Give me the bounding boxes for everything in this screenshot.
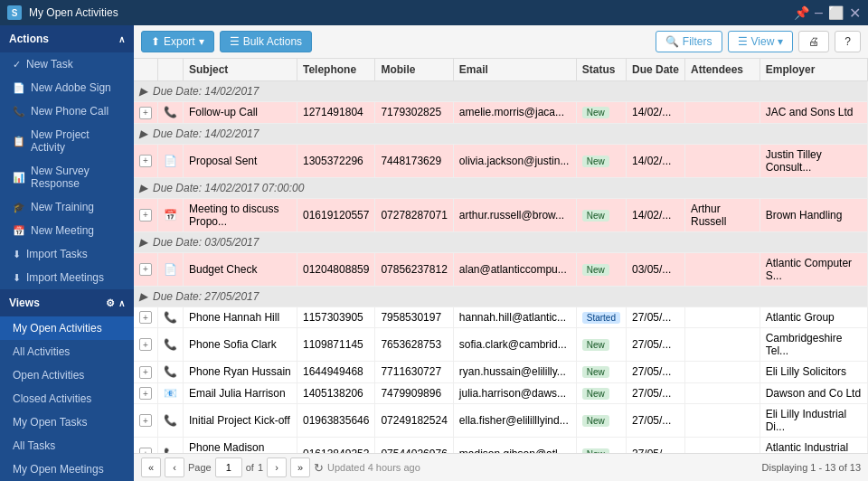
sidebar-item-closed-activities[interactable]: Closed Activities	[0, 387, 134, 410]
table-row[interactable]: + 📄 Budget Check 01204808859 07856237812…	[134, 252, 868, 286]
expand-btn[interactable]: +	[139, 414, 152, 427]
sidebar-item-new-meeting[interactable]: 📅 New Meeting	[0, 219, 134, 242]
page-input[interactable]	[215, 457, 242, 477]
total-pages: 1	[258, 462, 263, 473]
sidebar-item-new-phone-call[interactable]: 📞 New Phone Call	[0, 99, 134, 123]
expand-btn[interactable]: +	[139, 366, 152, 379]
window-controls: 📌 – ⬜ ✕	[794, 5, 861, 22]
table-row[interactable]: + 📞 Phone Ryan Hussain 1644949468 771163…	[134, 362, 868, 383]
cell-due-date: 27/05/...	[627, 328, 685, 362]
views-chevron-icon[interactable]: ∧	[118, 298, 125, 308]
group-expand-icon[interactable]: ▶	[139, 290, 147, 303]
sidebar-item-import-meetings[interactable]: ⬇ Import Meetings	[0, 266, 134, 289]
table-row[interactable]: + 📞 Phone Madison Gibson 01613849252 075…	[134, 438, 868, 454]
next-page-button[interactable]: ›	[267, 457, 287, 477]
cell-employer: Eli Lilly Industrial Di...	[760, 404, 867, 438]
bulk-actions-button[interactable]: ☰ Bulk Actions	[220, 31, 312, 52]
cell-expand: +	[134, 144, 158, 177]
sidebar-item-my-open-meetings[interactable]: My Open Meetings	[0, 457, 134, 481]
expand-btn[interactable]: +	[139, 155, 152, 167]
cell-type-icon: 📞	[158, 307, 184, 328]
pagination-left: « ‹ Page of 1 › » ↻ Updated 4 hours ago	[141, 457, 420, 477]
cell-attendees	[685, 404, 760, 438]
cell-email: madison.gibson@atl...	[453, 438, 576, 454]
sidebar-item-new-survey-response[interactable]: 📊 New Survey Response	[0, 159, 134, 195]
minimize-icon[interactable]: –	[815, 5, 823, 21]
col-mobile[interactable]: Mobile	[375, 59, 453, 81]
sidebar-item-my-open-tasks[interactable]: My Open Tasks	[0, 410, 134, 434]
cell-expand: +	[134, 438, 158, 454]
table-row[interactable]: + 📞 Phone Hannah Hill 1157303905 7958530…	[134, 307, 868, 328]
group-expand-icon[interactable]: ▶	[139, 85, 147, 98]
help-button[interactable]: ?	[835, 31, 861, 52]
cell-attendees	[685, 252, 760, 286]
close-icon[interactable]: ✕	[849, 5, 861, 22]
cell-telephone: 01204808859	[297, 252, 374, 286]
expand-btn[interactable]: +	[139, 209, 152, 222]
table-row[interactable]: + 📞 Phone Sofia Clark 1109871145 7653628…	[134, 328, 868, 362]
phone-icon: 📞	[13, 106, 25, 118]
window-title: My Open Activities	[29, 6, 787, 19]
cell-mobile: 07856237812	[375, 252, 453, 286]
filters-button[interactable]: 🔍 Filters	[656, 31, 722, 52]
col-status[interactable]: Status	[576, 59, 626, 81]
col-subject[interactable]: Subject	[184, 59, 297, 81]
sidebar-item-new-training[interactable]: 🎓 New Training	[0, 195, 134, 219]
status-badge: New	[582, 366, 609, 378]
actions-chevron-icon[interactable]: ∧	[118, 34, 125, 44]
cell-expand: +	[134, 382, 158, 404]
group-expand-icon[interactable]: ▶	[139, 182, 147, 194]
table-row[interactable]: + 📄 Proposal Sent 1305372296 7448173629 …	[134, 144, 868, 177]
sidebar-item-new-task[interactable]: ✓ New Task	[0, 52, 134, 76]
view-button[interactable]: ☰ View ▾	[728, 31, 794, 52]
col-employer[interactable]: Employer	[760, 59, 867, 81]
cell-mobile: 7711630727	[375, 362, 453, 383]
import-meetings-icon: ⬇	[13, 272, 21, 284]
table-row[interactable]: + 📞 Follow-up Call 1271491804 7179302825…	[134, 102, 868, 124]
sidebar-item-all-tasks[interactable]: All Tasks	[0, 434, 134, 457]
group-expand-icon[interactable]: ▶	[139, 236, 147, 249]
adobe-sign-icon: 📄	[13, 82, 25, 94]
group-row: ▶Due Date: 03/05/2017	[134, 231, 868, 252]
last-page-button[interactable]: »	[290, 457, 310, 477]
prev-page-button[interactable]: ‹	[165, 457, 184, 477]
col-due-date[interactable]: Due Date	[627, 59, 685, 81]
cell-expand: +	[134, 102, 158, 124]
cell-status: Started	[576, 307, 626, 328]
col-attendees[interactable]: Attendees	[685, 59, 760, 81]
cell-due-date: 14/02/...	[627, 144, 685, 177]
table-row[interactable]: + 📅 Meeting to discuss Propo... 01619120…	[134, 198, 868, 231]
expand-btn[interactable]: +	[139, 263, 152, 276]
sidebar-item-new-project-activity[interactable]: 📋 New Project Activity	[0, 123, 134, 159]
refresh-button[interactable]: ↻	[314, 461, 324, 475]
pin-icon[interactable]: 📌	[794, 5, 809, 20]
cell-status: New	[576, 198, 626, 231]
sidebar-item-open-activities[interactable]: Open Activities	[0, 363, 134, 387]
table-row[interactable]: + 📞 Initial Project Kick-off 01963835646…	[134, 404, 868, 438]
expand-btn[interactable]: +	[139, 338, 152, 351]
group-expand-icon[interactable]: ▶	[139, 127, 147, 140]
meeting-icon: 📅	[13, 225, 25, 237]
expand-btn[interactable]: +	[139, 387, 152, 400]
cell-status: New	[576, 328, 626, 362]
toolbar-right: 🔍 Filters ☰ View ▾ 🖨 ?	[656, 31, 861, 52]
cell-subject: Email Julia Harrison	[184, 382, 297, 404]
first-page-button[interactable]: «	[141, 457, 161, 477]
cell-mobile: 07278287071	[375, 198, 453, 231]
expand-btn[interactable]: +	[139, 107, 152, 119]
cell-type-icon: 📄	[158, 252, 184, 286]
page-label: Page	[188, 462, 212, 473]
expand-btn[interactable]: +	[139, 311, 152, 324]
sidebar-item-import-tasks[interactable]: ⬇ Import Tasks	[0, 242, 134, 266]
views-gear-icon[interactable]: ⚙	[106, 297, 115, 309]
sidebar-item-new-adobe-sign[interactable]: 📄 New Adobe Sign	[0, 76, 134, 99]
sidebar-item-all-activities[interactable]: All Activities	[0, 340, 134, 363]
maximize-icon[interactable]: ⬜	[828, 5, 844, 20]
sidebar-item-my-open-activities[interactable]: My Open Activities	[0, 316, 134, 340]
col-telephone[interactable]: Telephone	[297, 59, 374, 81]
status-badge: New	[582, 388, 609, 400]
export-button[interactable]: ⬆ Export ▾	[141, 31, 214, 52]
print-button[interactable]: 🖨	[798, 31, 829, 52]
col-email[interactable]: Email	[453, 59, 576, 81]
table-row[interactable]: + 📧 Email Julia Harrison 1405138206 7479…	[134, 382, 868, 404]
